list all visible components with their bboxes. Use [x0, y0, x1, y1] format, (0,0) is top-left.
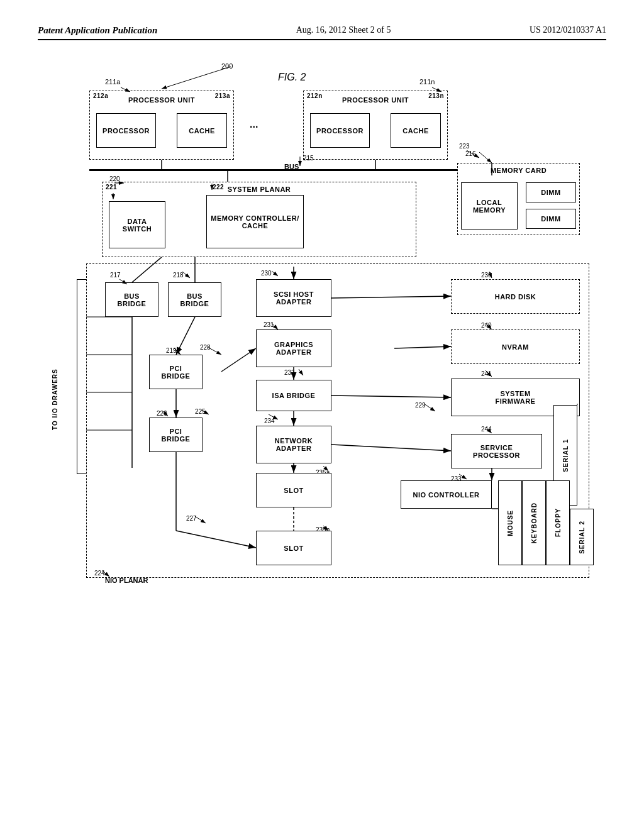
- processor-unit-n-box: 212n PROCESSOR UNIT PROCESSOR 213n CACHE: [303, 91, 448, 160]
- system-firmware-label: SYSTEM FIRMWARE: [496, 390, 536, 405]
- serial1-label: SERIAL 1: [562, 439, 569, 472]
- bus-bridge-1-box: BUS BRIDGE: [105, 282, 158, 317]
- processor-unit-a-box: 212a PROCESSOR UNIT PROCESSOR 213a CACHE: [89, 91, 234, 160]
- label-240: 240: [481, 322, 492, 329]
- processor-a-box: PROCESSOR: [96, 113, 156, 148]
- pci-bridge-2-box: PCI BRIDGE: [149, 418, 203, 452]
- svg-line-22: [331, 296, 451, 298]
- svg-line-21: [272, 271, 278, 276]
- label-215: 215: [303, 155, 314, 162]
- pci-bridge-1-box: PCI BRIDGE: [149, 355, 203, 389]
- scsi-host-box: SCSI HOST ADAPTER: [256, 279, 331, 317]
- system-planar-label: SYSTEM PLANAR: [228, 185, 291, 193]
- hard-disk-box: HARD DISK: [451, 279, 580, 314]
- io-drawers-label-container: TO I/O DRAWERS: [52, 323, 58, 430]
- slot-a-box: SLOT: [256, 473, 331, 507]
- label-241: 241: [481, 370, 492, 377]
- nvram-label: NVRAM: [502, 343, 529, 351]
- bus-bridge-2-label: BUS BRIDGE: [180, 292, 209, 307]
- local-memory-box: LOCAL MEMORY: [461, 182, 518, 230]
- serial2-box: SERIAL 2: [570, 509, 594, 565]
- svg-line-16: [132, 257, 162, 282]
- svg-line-29: [176, 317, 195, 355]
- memory-card-box: MEMORY CARD LOCAL MEMORY DIMM DIMM: [457, 163, 580, 235]
- nio-planar-label: NIO PLANAR: [105, 577, 148, 584]
- floppy-box: FLOPPY: [546, 480, 570, 565]
- label-212a: 212a: [93, 92, 108, 99]
- svg-line-42: [299, 369, 303, 375]
- nio-controller-label: NIO CONTROLLER: [413, 491, 480, 499]
- nio-controller-box: NIO CONTROLLER: [401, 480, 492, 509]
- memory-card-label: MEMORY CARD: [491, 167, 547, 174]
- slot-n-box: SLOT: [256, 531, 331, 565]
- keyboard-label: KEYBOARD: [531, 502, 538, 543]
- memory-controller-label: MEMORY CONTROLLER/ CACHE: [211, 214, 299, 230]
- svg-line-39: [394, 346, 451, 348]
- service-processor-box: SERVICE PROCESSOR: [451, 434, 542, 468]
- cache-a-label: CACHE: [189, 127, 215, 135]
- label-222: 222: [213, 184, 224, 191]
- label-225: 225: [195, 408, 206, 415]
- io-drawers-label: TO I/O DRAWERS: [52, 323, 58, 430]
- label-211a: 211a: [105, 78, 120, 86]
- keyboard-box: KEYBOARD: [522, 480, 546, 565]
- label-218: 218: [173, 272, 184, 279]
- label-200: 200: [221, 62, 233, 70]
- svg-line-36: [176, 531, 256, 548]
- label-228: 228: [200, 344, 211, 351]
- service-processor-label: SERVICE PROCESSOR: [473, 444, 520, 459]
- dots-label: ...: [250, 119, 258, 130]
- svg-line-43: [331, 396, 451, 397]
- nvram-box: NVRAM: [451, 329, 580, 364]
- network-adapter-box: NETWORK ADAPTER: [256, 426, 331, 463]
- header-right: US 2012/0210337 A1: [530, 25, 606, 35]
- pci-bridge-2-label: PCI BRIDGE: [162, 428, 191, 443]
- label-213n: 213n: [428, 92, 444, 99]
- label-227: 227: [186, 515, 197, 522]
- bus-bridge-1-label: BUS BRIDGE: [118, 292, 147, 307]
- svg-line-38: [221, 348, 256, 372]
- svg-line-11: [479, 152, 492, 163]
- label-234: 234: [264, 418, 275, 424]
- svg-line-47: [331, 445, 451, 451]
- memory-controller-box: MEMORY CONTROLLER/ CACHE: [206, 195, 304, 248]
- page-header: Patent Application Publication Aug. 16, …: [38, 25, 606, 40]
- system-planar-box: 221 SYSTEM PLANAR DATA SWITCH 222 MEMORY…: [102, 182, 416, 257]
- bus-bridge-2-box: BUS BRIDGE: [168, 282, 221, 317]
- diagram-area: FIG. 2 200 211a 211n 212a PROCESSOR UNIT…: [39, 53, 605, 776]
- processor-unit-a-label: PROCESSOR UNIT: [128, 96, 195, 104]
- label-212n: 212n: [307, 92, 323, 99]
- floppy-label: FLOPPY: [555, 508, 562, 537]
- label-232: 232: [284, 369, 295, 376]
- header-left: Patent Application Publication: [38, 25, 157, 36]
- label-226: 226: [157, 410, 167, 417]
- label-221: 221: [106, 184, 117, 191]
- isa-bridge-label: ISA BRIDGE: [272, 392, 316, 399]
- dimm2-label: DIMM: [541, 215, 560, 223]
- cache-n-label: CACHE: [402, 127, 429, 135]
- network-adapter-label: NETWORK ADAPTER: [275, 437, 313, 452]
- dimm1-label: DIMM: [541, 189, 560, 196]
- label-219: 219: [166, 347, 177, 354]
- label-217: 217: [110, 272, 121, 279]
- slot-a-label: SLOT: [284, 487, 303, 494]
- cache-a-box: CACHE: [177, 113, 227, 148]
- processor-a-label: PROCESSOR: [103, 127, 150, 135]
- isa-bridge-box: ISA BRIDGE: [256, 380, 331, 411]
- label-236: 236: [481, 272, 492, 279]
- dimm2-box: DIMM: [526, 209, 576, 229]
- hard-disk-label: HARD DISK: [495, 293, 536, 301]
- graphics-adapter-label: GRAPHICS ADAPTER: [274, 341, 313, 356]
- label-230: 230: [261, 270, 272, 277]
- header-center: Aug. 16, 2012 Sheet 2 of 5: [296, 25, 391, 35]
- mouse-box: MOUSE: [498, 480, 522, 565]
- label-216: 216: [465, 150, 476, 157]
- local-memory-label: LOCAL MEMORY: [473, 199, 506, 214]
- slot-n-label: SLOT: [284, 545, 303, 552]
- cache-n-box: CACHE: [391, 113, 441, 148]
- label-229: 229: [415, 402, 426, 409]
- label-224: 224: [94, 570, 105, 577]
- svg-line-2: [162, 67, 231, 89]
- io-drawers-bracket: [77, 279, 86, 474]
- label-211n: 211n: [419, 78, 435, 86]
